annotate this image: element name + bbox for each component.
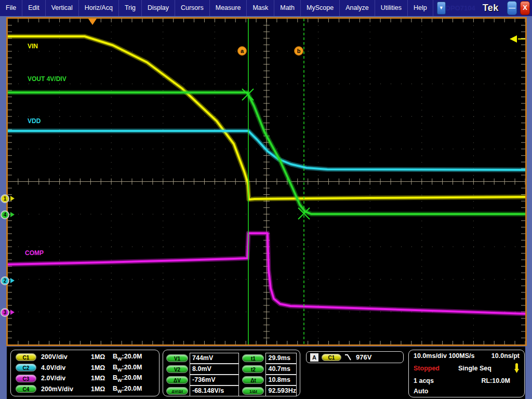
cursor-a-label-text: a	[241, 48, 244, 54]
channel-bandwidth-value: BW:20.0M	[113, 385, 142, 394]
channel-ref-marker-1[interactable]: 1	[1, 194, 9, 203]
cursor-time-value: 10.8ms	[265, 375, 297, 385]
channel-scale-value: 200V/div	[41, 353, 91, 361]
cursor-voltage-pill[interactable]: ΔV	[166, 376, 188, 384]
channel-row-c1: C1200V/div1MΩBW:20.0M	[16, 353, 154, 362]
trace-label-vout: VOUT 4V/DIV	[28, 75, 66, 83]
cursor-time-row: 1/Δt92.593Hz	[242, 385, 297, 396]
readout-strip: C1200V/div1MΩBW:20.0MC24.0V/div1MΩBW:20.…	[7, 347, 525, 399]
channel-ref-arrow-2	[10, 278, 17, 283]
menu-item-edit[interactable]: Edit	[22, 0, 46, 16]
channel-ref-arrow-3	[10, 310, 17, 315]
menu-item-utilities[interactable]: Utilities	[375, 0, 408, 16]
menu-item-math[interactable]: Math	[274, 0, 301, 16]
acquisition-status: Stopped	[414, 365, 458, 372]
horizontal-acquisition-panel[interactable]: 10.0ms/div 100MS/s 10.0ns/pt Stopped Sin…	[408, 350, 525, 397]
cursor-time-column: t129.9mst240.7msΔt10.8ms1/Δt92.593Hz	[242, 353, 297, 393]
oscilloscope-screen: FileEditVerticalHoriz/AcqTrigDisplayCurs…	[0, 0, 532, 399]
channel-ref-marker-2[interactable]: 2	[1, 276, 9, 285]
trigger-mode-value: Auto	[414, 388, 428, 395]
channel-impedance-value: 1MΩ	[91, 364, 113, 371]
cursor-time-row: t129.9ms	[242, 353, 297, 364]
channel-ref-arrow-1	[10, 196, 17, 201]
menu-item-mask[interactable]: Mask	[247, 0, 274, 16]
channel-pill-c4[interactable]: C4	[16, 385, 36, 393]
cursor-voltage-column: V1744mVV28.0mVΔV-736mVΔV/Δt-68.148V/s	[166, 353, 239, 393]
channel-scale-value: 4.0V/div	[41, 364, 91, 371]
trigger-source-pill: C1	[322, 354, 341, 361]
cursor-time-value: 29.9ms	[265, 353, 297, 364]
waveform-plot: ab	[8, 19, 525, 344]
cursor-voltage-pill[interactable]: V1	[166, 354, 188, 362]
menu-item-display[interactable]: Display	[142, 0, 175, 16]
menu-bar: FileEditVerticalHoriz/AcqTrigDisplayCurs…	[0, 0, 532, 16]
channel-impedance-value: 1MΩ	[91, 385, 113, 393]
waveform-graticule: ab VINVOUT 4V/DIVVDDCOMP	[6, 17, 527, 346]
channel-pill-c1[interactable]: C1	[16, 353, 36, 361]
cursor-time-value: 40.7ms	[265, 364, 297, 375]
trigger-level-arrow[interactable]	[510, 35, 517, 43]
trace-label-comp: COMP	[25, 249, 44, 257]
channel-row-c2: C24.0V/div1MΩBW:20.0M	[16, 364, 154, 373]
cursor-voltage-pill[interactable]: ΔV/Δt	[166, 387, 188, 395]
trigger-level-value: 976V	[356, 353, 371, 361]
trace-label-vdd: VDD	[28, 117, 41, 125]
resolution-value: 10.0ns/pt	[491, 352, 520, 360]
cursor-voltage-value: -736mV	[190, 375, 239, 385]
timebase-samplerate-value: 10.0ms/div 100MS/s	[414, 352, 491, 360]
cursor-time-row: t240.7ms	[242, 364, 297, 375]
channel-scale-value: 2.0V/div	[41, 375, 91, 382]
channel-settings-panel[interactable]: C1200V/div1MΩBW:20.0MC24.0V/div1MΩBW:20.…	[10, 350, 159, 396]
menu-item-help[interactable]: Help	[408, 0, 433, 16]
channel-bandwidth-value: BW:20.0M	[113, 353, 142, 362]
cursor-readout-panel[interactable]: V1744mVV28.0mVΔV-736mVΔV/Δt-68.148V/s t1…	[163, 350, 300, 396]
cursor-voltage-row: V1744mV	[166, 353, 239, 364]
acquisition-mode: Single Seq	[458, 365, 513, 372]
menu-item-vertical[interactable]: Vertical	[46, 0, 79, 16]
cursor-voltage-row: V28.0mV	[166, 364, 239, 375]
menu-overflow-button[interactable]: ▼	[437, 2, 446, 15]
channel-ref-marker-3[interactable]: 3	[1, 308, 9, 317]
menu-item-horiz-acq[interactable]: Horiz/Acq	[79, 0, 119, 16]
menu-item-cursors[interactable]: Cursors	[175, 0, 210, 16]
trigger-slot-badge: A	[310, 353, 318, 362]
minimize-button[interactable]: —	[507, 1, 517, 15]
channel-row-c3: C32.0V/div1MΩBW:20.0M	[16, 374, 154, 383]
channel-impedance-value: 1MΩ	[91, 353, 113, 361]
channel-row-c4: C4200mV/div1MΩBW:20.0M	[16, 385, 154, 394]
falling-edge-icon	[344, 353, 353, 361]
menu-item-analyze[interactable]: Analyze	[340, 0, 375, 16]
cursor-voltage-pill[interactable]: V2	[166, 365, 188, 373]
menu-item-file[interactable]: File	[0, 0, 22, 16]
menu-item-myscope[interactable]: MyScope	[301, 0, 340, 16]
channel-pill-c2[interactable]: C2	[16, 364, 36, 371]
trigger-position-marker[interactable]	[88, 19, 97, 25]
channel-scale-value: 200mV/div	[41, 385, 91, 393]
cursor-time-pill[interactable]: t2	[242, 365, 264, 373]
close-button[interactable]: X	[520, 1, 530, 15]
menu-item-trig[interactable]: Trig	[119, 0, 142, 16]
cursor-time-row: Δt10.8ms	[242, 375, 297, 385]
channel-pill-c3[interactable]: C3	[16, 375, 36, 382]
channel-ref-arrow-4	[10, 212, 17, 217]
menu-item-measure[interactable]: Measure	[210, 0, 247, 16]
cursor-b-label-text: b	[297, 48, 301, 54]
cursor-voltage-value: 8.0mV	[190, 364, 239, 375]
cursor-time-value: 92.593Hz	[265, 385, 297, 396]
cursor-voltage-value: -68.148V/s	[190, 385, 239, 396]
record-length-value: RL:10.0M	[481, 377, 510, 384]
cursor-time-pill[interactable]: Δt	[242, 376, 264, 384]
channel-bandwidth-value: BW:20.0M	[113, 374, 142, 383]
cursor-time-pill[interactable]: 1/Δt	[242, 387, 264, 395]
channel-impedance-value: 1MΩ	[91, 375, 113, 382]
cursor-time-pill[interactable]: t1	[242, 354, 264, 362]
model-number-label: DPO7104	[446, 4, 475, 12]
cursor-voltage-row: ΔV-736mV	[166, 375, 239, 385]
tek-logo: Tek	[483, 3, 499, 14]
menu-list: FileEditVerticalHoriz/AcqTrigDisplayCurs…	[0, 0, 433, 16]
trace-label-vin: VIN	[28, 43, 38, 50]
cursor-voltage-row: ΔV/Δt-68.148V/s	[166, 385, 239, 396]
trigger-panel[interactable]: A C1 976V	[306, 351, 404, 363]
channel-ref-marker-4[interactable]: 4	[1, 210, 9, 219]
channel-bandwidth-value: BW:20.0M	[113, 364, 142, 373]
